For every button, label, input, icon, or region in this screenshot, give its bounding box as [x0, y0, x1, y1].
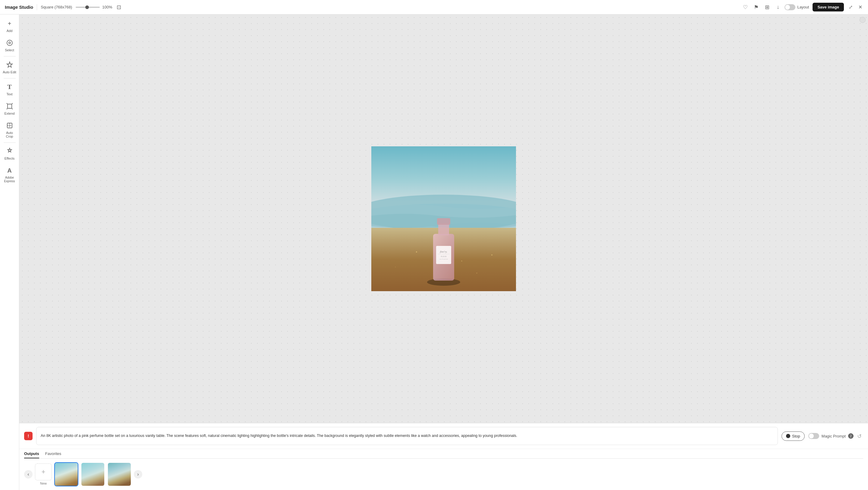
layout-toggle-group: Layout: [784, 4, 809, 10]
text-icon: T: [5, 83, 14, 91]
svg-rect-16: [437, 218, 450, 225]
stop-button[interactable]: Stop: [781, 431, 805, 441]
tab-favorites[interactable]: Favorites: [45, 451, 61, 458]
history-icon[interactable]: ↺: [857, 433, 863, 439]
svg-rect-15: [438, 223, 449, 235]
tab-outputs[interactable]: Outputs: [24, 451, 39, 458]
header: Image Studio Square (768x768) 100% ⊡ ♡ ⚑…: [0, 0, 868, 15]
thumb-img-2: [82, 463, 104, 486]
magic-prompt-toggle[interactable]: [808, 433, 819, 439]
svg-text:fine'ry.: fine'ry.: [440, 250, 447, 253]
stop-label: Stop: [792, 434, 800, 438]
sidebar-item-effects[interactable]: Effects: [1, 145, 18, 163]
outputs-tabs: Outputs Favorites: [24, 451, 863, 459]
canvas-size-label: Square (768x768): [41, 5, 72, 9]
auto-edit-icon: [5, 61, 14, 69]
sidebar-item-effects-label: Effects: [4, 156, 14, 160]
canvas-image-inner: fine'ry. FLEUR eau de parfum: [371, 146, 516, 291]
thumb-img-3: [108, 463, 131, 486]
sidebar-item-auto-crop-label: Auto Crop: [2, 131, 17, 138]
svg-rect-17: [436, 246, 451, 264]
new-thumbnail-button[interactable]: + New: [35, 463, 52, 485]
new-thumb-icon: +: [35, 463, 52, 480]
thumb-img-1: [55, 463, 78, 486]
thumbnails-row: ‹ + New ›: [24, 461, 863, 490]
compare-icon[interactable]: ⊞: [764, 4, 770, 10]
sidebar-divider-1: [4, 56, 16, 56]
sidebar-item-adobe-express[interactable]: A AdobeExpress: [1, 164, 18, 185]
close-icon[interactable]: ✕: [857, 4, 863, 10]
magic-prompt-group: Magic Prompt 2: [808, 433, 854, 439]
sidebar-item-auto-crop[interactable]: Auto Crop: [1, 119, 18, 141]
thumbnail-3[interactable]: [107, 462, 131, 486]
save-image-button[interactable]: Save image: [812, 3, 844, 11]
new-thumb-label: New: [40, 482, 47, 485]
sidebar-divider-2: [4, 78, 16, 79]
thumbnail-2[interactable]: [81, 462, 105, 486]
svg-point-9: [461, 261, 462, 262]
canvas-image: fine'ry. FLEUR eau de parfum: [371, 146, 516, 291]
left-sidebar: + Add Select Auto Edit T Text: [0, 15, 19, 490]
outputs-row: Outputs Favorites ‹ + New: [19, 449, 868, 490]
thumb-prev-button[interactable]: ‹: [24, 470, 33, 479]
sidebar-item-select[interactable]: Select: [1, 36, 18, 54]
canvas-corner-dot: [860, 17, 866, 23]
auto-crop-icon: [5, 121, 14, 130]
notification-badge: 2: [848, 433, 854, 439]
zoom-slider-area[interactable]: 100%: [76, 5, 112, 9]
sidebar-item-add-label: Add: [7, 29, 13, 33]
sidebar-item-extend-label: Extend: [4, 112, 14, 115]
download-icon[interactable]: ↓: [775, 4, 781, 10]
extend-icon: [5, 102, 14, 110]
sidebar-item-text-label: Text: [6, 92, 12, 96]
prompt-error-icon: !: [24, 432, 33, 440]
prompt-row: ! An 8K artistic photo of a pink perfume…: [19, 423, 868, 449]
svg-point-12: [476, 273, 477, 273]
svg-text:FLEUR: FLEUR: [441, 256, 446, 257]
magic-prompt-label: Magic Prompt: [822, 434, 846, 438]
toggle-knob: [785, 5, 790, 10]
bottom-panel: ! An 8K artistic photo of a pink perfume…: [19, 423, 868, 490]
sidebar-item-extend[interactable]: Extend: [1, 99, 18, 118]
add-icon: +: [5, 19, 14, 28]
sidebar-item-select-label: Select: [5, 48, 14, 52]
svg-point-1: [9, 42, 10, 44]
adobe-express-icon: A: [5, 166, 14, 175]
svg-rect-2: [7, 104, 12, 108]
zoom-slider[interactable]: [76, 7, 100, 8]
thumb-next-button[interactable]: ›: [134, 470, 142, 479]
svg-point-0: [7, 40, 12, 46]
svg-point-8: [416, 251, 417, 253]
sidebar-item-add[interactable]: + Add: [1, 17, 18, 35]
sidebar-item-auto-edit-label: Auto Edit: [3, 70, 16, 74]
zoom-value: 100%: [102, 5, 112, 9]
flag-icon[interactable]: ⚑: [753, 4, 759, 10]
layout-toggle[interactable]: [784, 4, 795, 10]
layout-label: Layout: [797, 5, 809, 9]
sidebar-item-auto-edit[interactable]: Auto Edit: [1, 58, 18, 76]
magic-prompt-knob: [809, 434, 814, 438]
heart-icon[interactable]: ♡: [742, 4, 748, 10]
sidebar-item-adobe-express-label: AdobeExpress: [4, 176, 15, 183]
prompt-textbox[interactable]: An 8K artistic photo of a pink perfume b…: [36, 427, 778, 445]
stop-icon: [786, 434, 790, 438]
zoom-slider-thumb: [85, 5, 89, 9]
svg-text:eau de parfum: eau de parfum: [439, 258, 448, 260]
fit-icon[interactable]: ⊡: [116, 4, 122, 10]
expand-icon[interactable]: ⤢: [847, 4, 854, 10]
canvas-area[interactable]: fine'ry. FLEUR eau de parfum: [19, 15, 868, 423]
svg-point-10: [395, 267, 396, 267]
app-title: Image Studio: [5, 4, 33, 10]
thumbnail-1[interactable]: [54, 462, 79, 486]
svg-point-11: [491, 254, 493, 256]
main-area: + Add Select Auto Edit T Text: [0, 15, 868, 490]
header-actions: ♡ ⚑ ⊞ ↓: [742, 4, 781, 10]
effects-icon: [5, 147, 14, 155]
select-icon: [5, 39, 14, 47]
sidebar-item-text[interactable]: T Text: [1, 80, 18, 98]
header-divider: [37, 4, 37, 10]
sidebar-divider-3: [4, 142, 16, 143]
